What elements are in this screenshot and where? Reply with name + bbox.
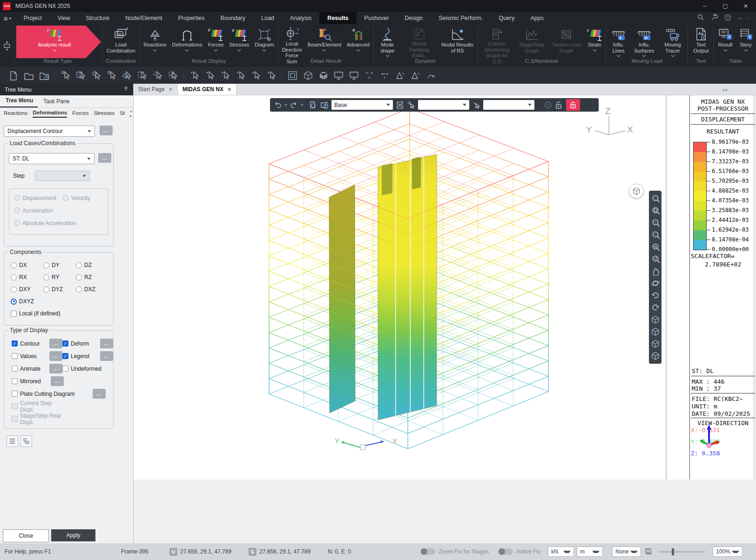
- pin-icon[interactable]: [123, 87, 128, 93]
- menu-item-results[interactable]: Results: [319, 12, 356, 24]
- view-top-icon[interactable]: [650, 350, 661, 362]
- select-polygon-toggle-icon[interactable]: [150, 69, 165, 81]
- node-numbers-icon[interactable]: :: [362, 69, 377, 81]
- hamburger-menu-icon[interactable]: ≡▾: [4, 14, 11, 22]
- select-plane-icon[interactable]: [407, 101, 415, 109]
- undo-icon[interactable]: [274, 101, 282, 108]
- tab-task-pane[interactable]: Task Pane: [38, 96, 74, 107]
- result-tab-st[interactable]: St: [120, 110, 125, 117]
- document-tab-start-page[interactable]: Start Page✕: [134, 84, 178, 95]
- close-tab-icon[interactable]: ✕: [227, 87, 231, 93]
- view-side-icon[interactable]: [650, 338, 661, 350]
- checkbox-contour[interactable]: ✓Contour...: [12, 339, 62, 348]
- select-intersect-icon[interactable]: [104, 69, 119, 81]
- element-numbers-icon[interactable]: 1: [377, 69, 392, 81]
- named-select[interactable]: [483, 100, 534, 110]
- zoom-out-icon[interactable]: −: [650, 229, 661, 241]
- menu-item-structure[interactable]: Structure: [78, 12, 118, 24]
- force-unit-select[interactable]: kN: [548, 547, 574, 557]
- menu-item-view[interactable]: View: [50, 12, 78, 24]
- ribbon-deformations-button[interactable]: Deformations: [169, 26, 205, 58]
- browse-legend-button[interactable]: ...: [100, 351, 113, 361]
- menu-item-node-element[interactable]: Node/Element: [117, 12, 170, 24]
- ribbon-moving-tracer-button[interactable]: Moving Tracer: [659, 26, 687, 58]
- radio-dxz[interactable]: DXZ: [76, 286, 108, 293]
- checkbox-animate[interactable]: Animate...: [12, 364, 62, 373]
- checkbox-legend[interactable]: ✓Legend...: [62, 351, 113, 361]
- select-polygon-icon[interactable]: [88, 69, 104, 81]
- view-select[interactable]: Base: [331, 100, 393, 110]
- load-case-browse-button[interactable]: ...: [98, 153, 111, 163]
- zoom-previous-icon[interactable]: ↺: [650, 253, 661, 265]
- lock-results-button[interactable]: [566, 99, 580, 111]
- zoom-fix-toggle[interactable]: [420, 548, 435, 555]
- result-tab-deformations[interactable]: Deformations: [33, 110, 67, 118]
- select-all-icon[interactable]: [165, 69, 181, 81]
- menu-item-load[interactable]: Load: [253, 12, 282, 24]
- radio-dz[interactable]: DZ: [76, 262, 108, 268]
- ribbon-advanced-button[interactable]: Advanced: [344, 26, 372, 58]
- display-shrink-icon[interactable]: [285, 69, 300, 81]
- pan-icon[interactable]: [650, 265, 661, 277]
- zoom-extents-icon[interactable]: ↔: [650, 193, 661, 205]
- ribbon-mode-shape-button[interactable]: Mode shape: [375, 26, 400, 58]
- ribbon-text-output-button[interactable]: AaText Output: [689, 26, 713, 58]
- ribbon-beam-element-button[interactable]: Beam/Element: [305, 26, 344, 58]
- ribbon-diagram-button[interactable]: Diagram: [252, 26, 277, 58]
- result-type-select[interactable]: Displacement Contour: [4, 126, 95, 137]
- model-canvas[interactable]: ZYXYX: [134, 95, 666, 480]
- tab-tree-menu[interactable]: Tree Menu: [0, 95, 38, 107]
- radio-dx[interactable]: DX: [11, 262, 43, 268]
- ribbon-analysis-result-button[interactable]: FAnalysis result: [16, 26, 101, 58]
- checkbox-local-if-defined[interactable]: Local (if defined): [11, 310, 61, 317]
- select-story-icon[interactable]: [248, 69, 263, 81]
- plane-select[interactable]: [418, 100, 469, 110]
- save-import-icon[interactable]: [36, 69, 52, 81]
- menu-item-project[interactable]: Project: [16, 12, 50, 24]
- radio-dyz[interactable]: DYZ: [43, 286, 76, 293]
- menu-item-design[interactable]: Design: [397, 12, 431, 24]
- select-previous-icon[interactable]: [187, 69, 202, 81]
- ribbon-local-direction-force-sum-button[interactable]: Local Direction Force Sum: [279, 26, 304, 58]
- display-hidden-icon[interactable]: [392, 69, 408, 81]
- radio-dxy[interactable]: DXY: [11, 286, 43, 293]
- menu-item-query[interactable]: Query: [491, 12, 522, 24]
- rotate-left-icon[interactable]: [650, 289, 661, 301]
- display-redraw-icon[interactable]: [408, 69, 423, 81]
- menu-item-properties[interactable]: Properties: [170, 12, 213, 24]
- active-fix-toggle[interactable]: [498, 548, 513, 555]
- saved-view-icon[interactable]: [320, 101, 329, 109]
- browse-values-button[interactable]: ...: [49, 351, 62, 361]
- ribbon-strain-button[interactable]: εStrain: [584, 26, 605, 58]
- dock-panel-icon[interactable]: [0, 24, 14, 67]
- unlock-icon[interactable]: [555, 101, 562, 109]
- menu-item-analysis[interactable]: Analysis: [282, 12, 320, 24]
- browse-mirrored-button[interactable]: ...: [51, 376, 64, 386]
- checkbox-mirrored[interactable]: Mirrored...: [12, 376, 64, 386]
- customize-icon[interactable]: [711, 14, 718, 23]
- zoom-window-icon[interactable]: [650, 205, 661, 217]
- display-monitor-alt-icon[interactable]: [346, 69, 362, 81]
- checkbox-deform[interactable]: ✓Deform...: [62, 339, 113, 348]
- model-viewport[interactable]: ZYXYX Base: [134, 95, 756, 480]
- ribbon-nodal-results-of-rs-button[interactable]: Nodal Results of RS: [439, 26, 477, 58]
- apply-button[interactable]: Apply: [51, 529, 95, 541]
- menu-item-apps[interactable]: Apps: [522, 12, 552, 24]
- close-button[interactable]: ✕: [736, 0, 756, 12]
- result-type-browse-button[interactable]: ...: [100, 126, 113, 135]
- close-panel-button[interactable]: Close: [3, 529, 49, 542]
- tab-scroll-arrows[interactable]: ◂ ▸: [722, 84, 728, 95]
- menu-item-pushover[interactable]: Pushover: [357, 12, 397, 24]
- zoom-dynamic-icon[interactable]: ⇆: [650, 241, 661, 253]
- ribbon-influ-lines-button[interactable]: ILInflu. Lines: [607, 26, 630, 58]
- select-filter-icon[interactable]: [217, 69, 233, 81]
- display-render-icon[interactable]: [316, 69, 331, 81]
- checkbox-plate-cutting-diagram[interactable]: Plate Cutting Diagram...: [12, 389, 106, 399]
- close-tab-icon[interactable]: ✕: [169, 87, 173, 93]
- ribbon-influ-surfaces-button[interactable]: ISInflu. Surfaces: [630, 26, 658, 58]
- radio-dy[interactable]: DY: [43, 262, 76, 268]
- story-view-icon[interactable]: [396, 101, 404, 109]
- browse-plate-cutting-diagram-button[interactable]: ...: [93, 389, 106, 399]
- ribbon-stresses-button[interactable]: σStresses: [226, 26, 252, 58]
- browse-deform-button[interactable]: ...: [100, 339, 113, 348]
